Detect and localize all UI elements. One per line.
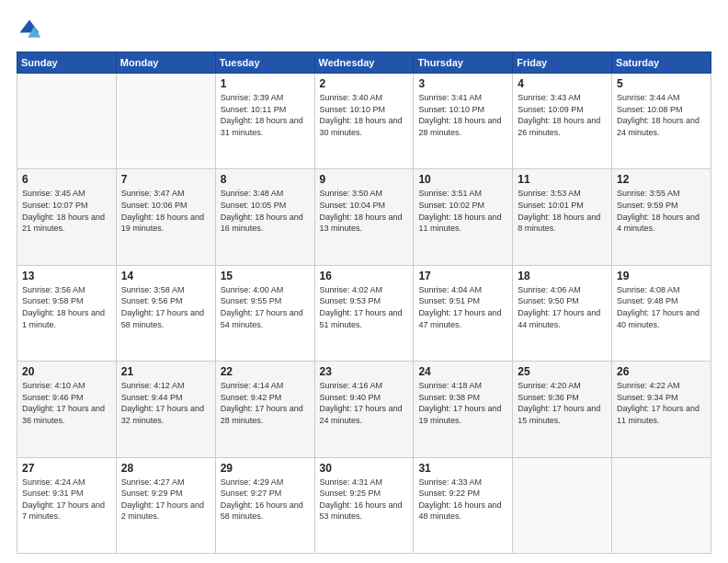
calendar-cell: 6Sunrise: 3:45 AM Sunset: 10:07 PM Dayli… [17, 169, 117, 265]
day-number: 9 [320, 173, 409, 186]
day-info: Sunrise: 4:18 AM Sunset: 9:38 PM Dayligh… [418, 380, 507, 426]
calendar-cell: 27Sunrise: 4:24 AM Sunset: 9:31 PM Dayli… [17, 457, 117, 553]
day-number: 22 [221, 365, 310, 378]
day-number: 26 [617, 365, 706, 378]
day-info: Sunrise: 3:58 AM Sunset: 9:56 PM Dayligh… [121, 284, 210, 330]
day-number: 6 [22, 173, 111, 186]
day-info: Sunrise: 4:27 AM Sunset: 9:29 PM Dayligh… [121, 477, 210, 523]
day-info: Sunrise: 4:04 AM Sunset: 9:51 PM Dayligh… [418, 284, 507, 330]
day-number: 3 [418, 77, 507, 90]
day-number: 18 [518, 270, 607, 282]
day-number: 4 [518, 77, 607, 90]
calendar-cell: 29Sunrise: 4:29 AM Sunset: 9:27 PM Dayli… [215, 457, 314, 553]
day-info: Sunrise: 3:51 AM Sunset: 10:02 PM Daylig… [418, 188, 507, 234]
day-header-saturday: Saturday [612, 52, 711, 74]
calendar-cell: 24Sunrise: 4:18 AM Sunset: 9:38 PM Dayli… [414, 362, 513, 457]
calendar-cell: 23Sunrise: 4:16 AM Sunset: 9:40 PM Dayli… [314, 362, 414, 457]
day-info: Sunrise: 3:47 AM Sunset: 10:06 PM Daylig… [121, 188, 210, 234]
calendar-cell: 5Sunrise: 3:44 AM Sunset: 10:08 PM Dayli… [612, 74, 711, 169]
day-info: Sunrise: 4:24 AM Sunset: 9:31 PM Dayligh… [22, 477, 111, 523]
day-number: 29 [221, 462, 310, 475]
calendar-cell: 13Sunrise: 3:56 AM Sunset: 9:58 PM Dayli… [17, 265, 117, 361]
calendar-cell: 30Sunrise: 4:31 AM Sunset: 9:25 PM Dayli… [314, 457, 414, 553]
calendar-cell: 15Sunrise: 4:00 AM Sunset: 9:55 PM Dayli… [215, 265, 314, 361]
calendar-week-2: 6Sunrise: 3:45 AM Sunset: 10:07 PM Dayli… [17, 169, 711, 265]
logo [17, 17, 46, 42]
calendar-cell [513, 457, 612, 553]
day-number: 8 [221, 173, 310, 186]
day-header-wednesday: Wednesday [314, 52, 414, 74]
day-number: 15 [221, 270, 310, 282]
day-info: Sunrise: 3:39 AM Sunset: 10:11 PM Daylig… [221, 92, 310, 138]
day-info: Sunrise: 4:10 AM Sunset: 9:46 PM Dayligh… [22, 380, 111, 426]
day-info: Sunrise: 3:44 AM Sunset: 10:08 PM Daylig… [617, 92, 706, 138]
day-header-monday: Monday [116, 52, 215, 74]
day-info: Sunrise: 3:56 AM Sunset: 9:58 PM Dayligh… [22, 284, 111, 330]
day-number: 27 [22, 462, 111, 475]
day-number: 12 [617, 173, 706, 186]
day-info: Sunrise: 3:48 AM Sunset: 10:05 PM Daylig… [221, 188, 310, 234]
calendar-cell: 3Sunrise: 3:41 AM Sunset: 10:10 PM Dayli… [414, 74, 513, 169]
day-number: 23 [320, 365, 409, 378]
day-number: 16 [320, 270, 409, 282]
day-info: Sunrise: 4:02 AM Sunset: 9:53 PM Dayligh… [320, 284, 409, 330]
day-number: 21 [121, 365, 210, 378]
logo-icon [17, 17, 42, 42]
day-number: 24 [418, 365, 507, 378]
day-number: 2 [320, 77, 409, 90]
day-number: 10 [418, 173, 507, 186]
calendar-week-1: 1Sunrise: 3:39 AM Sunset: 10:11 PM Dayli… [17, 74, 711, 169]
day-number: 1 [221, 77, 310, 90]
calendar-cell: 21Sunrise: 4:12 AM Sunset: 9:44 PM Dayli… [116, 362, 215, 457]
calendar-cell: 4Sunrise: 3:43 AM Sunset: 10:09 PM Dayli… [513, 74, 612, 169]
calendar-cell: 8Sunrise: 3:48 AM Sunset: 10:05 PM Dayli… [215, 169, 314, 265]
day-info: Sunrise: 4:20 AM Sunset: 9:36 PM Dayligh… [518, 380, 607, 426]
header [17, 17, 711, 42]
day-info: Sunrise: 4:31 AM Sunset: 9:25 PM Dayligh… [320, 477, 409, 523]
calendar-header-row: SundayMondayTuesdayWednesdayThursdayFrid… [17, 52, 711, 74]
page: SundayMondayTuesdayWednesdayThursdayFrid… [0, 0, 728, 563]
calendar-cell: 10Sunrise: 3:51 AM Sunset: 10:02 PM Dayl… [414, 169, 513, 265]
day-info: Sunrise: 4:22 AM Sunset: 9:34 PM Dayligh… [617, 380, 706, 426]
day-info: Sunrise: 4:06 AM Sunset: 9:50 PM Dayligh… [518, 284, 607, 330]
calendar-cell: 2Sunrise: 3:40 AM Sunset: 10:10 PM Dayli… [314, 74, 414, 169]
day-number: 5 [617, 77, 706, 90]
calendar-cell: 18Sunrise: 4:06 AM Sunset: 9:50 PM Dayli… [513, 265, 612, 361]
calendar-cell: 31Sunrise: 4:33 AM Sunset: 9:22 PM Dayli… [414, 457, 513, 553]
day-info: Sunrise: 4:12 AM Sunset: 9:44 PM Dayligh… [121, 380, 210, 426]
calendar-cell: 28Sunrise: 4:27 AM Sunset: 9:29 PM Dayli… [116, 457, 215, 553]
calendar-cell: 1Sunrise: 3:39 AM Sunset: 10:11 PM Dayli… [215, 74, 314, 169]
calendar-cell: 20Sunrise: 4:10 AM Sunset: 9:46 PM Dayli… [17, 362, 117, 457]
calendar-cell: 9Sunrise: 3:50 AM Sunset: 10:04 PM Dayli… [314, 169, 414, 265]
calendar-cell: 7Sunrise: 3:47 AM Sunset: 10:06 PM Dayli… [116, 169, 215, 265]
day-number: 17 [418, 270, 507, 282]
calendar-cell: 19Sunrise: 4:08 AM Sunset: 9:48 PM Dayli… [612, 265, 711, 361]
day-header-tuesday: Tuesday [215, 52, 314, 74]
day-number: 13 [22, 270, 111, 282]
day-number: 20 [22, 365, 111, 378]
day-number: 30 [320, 462, 409, 475]
day-info: Sunrise: 4:16 AM Sunset: 9:40 PM Dayligh… [320, 380, 409, 426]
day-info: Sunrise: 3:43 AM Sunset: 10:09 PM Daylig… [518, 92, 607, 138]
day-info: Sunrise: 3:53 AM Sunset: 10:01 PM Daylig… [518, 188, 607, 234]
day-number: 31 [418, 462, 507, 475]
day-info: Sunrise: 4:14 AM Sunset: 9:42 PM Dayligh… [221, 380, 310, 426]
calendar-week-3: 13Sunrise: 3:56 AM Sunset: 9:58 PM Dayli… [17, 265, 711, 361]
day-info: Sunrise: 4:08 AM Sunset: 9:48 PM Dayligh… [617, 284, 706, 330]
calendar-week-5: 27Sunrise: 4:24 AM Sunset: 9:31 PM Dayli… [17, 457, 711, 553]
calendar-week-4: 20Sunrise: 4:10 AM Sunset: 9:46 PM Dayli… [17, 362, 711, 457]
calendar-cell: 14Sunrise: 3:58 AM Sunset: 9:56 PM Dayli… [116, 265, 215, 361]
calendar-table: SundayMondayTuesdayWednesdayThursdayFrid… [17, 52, 711, 554]
day-info: Sunrise: 3:55 AM Sunset: 9:59 PM Dayligh… [617, 188, 706, 234]
day-info: Sunrise: 4:00 AM Sunset: 9:55 PM Dayligh… [221, 284, 310, 330]
calendar-cell: 26Sunrise: 4:22 AM Sunset: 9:34 PM Dayli… [612, 362, 711, 457]
day-info: Sunrise: 4:33 AM Sunset: 9:22 PM Dayligh… [418, 477, 507, 523]
calendar-cell [17, 74, 117, 169]
day-header-thursday: Thursday [414, 52, 513, 74]
day-header-friday: Friday [513, 52, 612, 74]
calendar-cell: 17Sunrise: 4:04 AM Sunset: 9:51 PM Dayli… [414, 265, 513, 361]
day-number: 25 [518, 365, 607, 378]
day-number: 19 [617, 270, 706, 282]
day-number: 14 [121, 270, 210, 282]
calendar-cell: 11Sunrise: 3:53 AM Sunset: 10:01 PM Dayl… [513, 169, 612, 265]
